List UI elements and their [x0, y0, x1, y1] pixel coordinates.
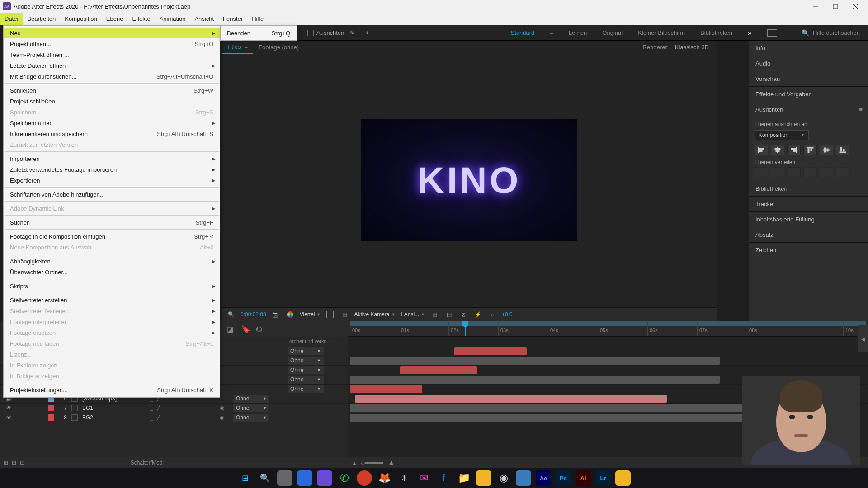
align-target-dropdown[interactable]: Komposition▼ [755, 130, 809, 140]
exposure-icon[interactable]: ☼ [487, 310, 497, 319]
preview-canvas[interactable]: KINO [361, 119, 577, 241]
align-top-button[interactable] [803, 145, 817, 155]
menu-item[interactable]: Letzte Dateien öffnen▶ [4, 60, 220, 71]
menu-bearbeiten[interactable]: Bearbeiten [23, 13, 60, 25]
eye-icon[interactable]: 👁 [0, 414, 18, 421]
snapshot-icon[interactable]: 📷 [271, 310, 281, 319]
workspace-standard[interactable]: Standard [511, 29, 535, 36]
side-toggle-strip[interactable]: ◂ [858, 325, 868, 352]
grid-icon[interactable]: ▦ [429, 310, 439, 319]
layer-switches[interactable]: ⎯╱ [150, 405, 200, 411]
snap-toggle[interactable]: Ausrichten [307, 29, 344, 36]
track-row[interactable] [348, 356, 868, 366]
ae-task-icon[interactable]: Ae [536, 470, 551, 486]
guides-icon[interactable]: ▤ [444, 310, 454, 319]
track-row[interactable] [348, 347, 868, 356]
app-icon-4[interactable] [615, 470, 631, 486]
menu-item[interactable]: Neu▶ [4, 28, 220, 38]
preview-timecode[interactable]: 0:00:02:08 [241, 311, 266, 318]
work-area-bar[interactable] [350, 321, 866, 326]
ai-task-icon[interactable]: Ai [576, 470, 591, 486]
menu-item-beenden[interactable]: Beenden Strg+Q [221, 28, 297, 38]
parent-dropdown[interactable]: Ohne▼ [233, 404, 269, 412]
menu-ebene[interactable]: Ebene [102, 13, 128, 25]
parent-dropdown[interactable]: Ohne▼ [288, 347, 324, 355]
menu-item[interactable]: Abhängigkeiten▶ [4, 256, 220, 267]
menu-effekte[interactable]: Effekte [127, 13, 155, 25]
obs-icon[interactable]: ◉ [496, 470, 511, 486]
panel-zeichen[interactable]: Zeichen [749, 243, 868, 258]
layer-row[interactable]: 👁8BG2⎯╱◉Ohne▼ [0, 413, 348, 422]
layer-name[interactable]: BG1 [82, 405, 150, 411]
parent-dropdown[interactable]: Ohne▼ [288, 376, 324, 384]
magnify-icon[interactable]: 🔍 [226, 310, 236, 319]
search-task-icon[interactable]: 🔍 [257, 470, 273, 486]
workspace-kleiner[interactable]: Kleiner Bildschirm [638, 29, 685, 36]
panel-absatz[interactable]: Absatz [749, 227, 868, 243]
parent-dropdown[interactable]: Ohne▼ [233, 414, 269, 422]
menu-item[interactable]: Importieren▶ [4, 153, 220, 164]
menu-item[interactable]: Projekt schließen [4, 96, 220, 107]
parent-dropdown[interactable]: Ohne▼ [233, 395, 269, 403]
track-row[interactable] [348, 366, 868, 375]
audio-icon[interactable]: ◉ [220, 405, 233, 411]
messenger-icon[interactable]: ✉ [416, 470, 432, 486]
panel-inhaltsbasierte[interactable]: Inhaltsbasierte Füllung [749, 212, 868, 227]
clip[interactable] [454, 347, 527, 355]
zoom-in-icon[interactable]: ▲ [388, 459, 395, 467]
panel-info[interactable]: Info [749, 41, 868, 56]
menu-item[interactable]: Inkrementieren und speichernStrg+Alt+Ums… [4, 128, 220, 139]
layer-name[interactable]: BG2 [82, 414, 150, 421]
playhead[interactable] [465, 321, 466, 336]
eye-icon[interactable]: 👁 [0, 405, 18, 411]
teams-icon[interactable] [317, 470, 332, 486]
menu-item[interactable]: SchließenStrg+W [4, 85, 220, 96]
menu-item[interactable]: Exportieren▶ [4, 175, 220, 186]
ps-task-icon[interactable]: Ps [556, 470, 571, 486]
maximize-button[interactable] [826, 0, 845, 13]
toggle-switches-icon[interactable]: ⊞ [4, 460, 8, 466]
tab-footage[interactable]: Footage (ohne) [253, 41, 304, 54]
quality-dropdown[interactable]: Viertel▼ [300, 311, 321, 318]
taskview-icon[interactable] [277, 470, 292, 486]
parent-dropdown[interactable]: Ohne▼ [288, 366, 324, 374]
zoom-out-icon[interactable]: ▴ [353, 459, 356, 467]
layer-row[interactable]: 👁7BG1⎯╱◉Ohne▼ [0, 404, 348, 413]
clip[interactable] [400, 366, 477, 374]
menu-komposition[interactable]: Komposition [60, 13, 102, 25]
label-color[interactable] [48, 414, 54, 421]
menu-animation[interactable]: Animation [155, 13, 190, 25]
clip[interactable] [355, 395, 667, 403]
label-color[interactable] [48, 405, 54, 411]
menu-item[interactable]: Footage in die Komposition einfügenStrg+… [4, 231, 220, 242]
app-icon-3[interactable] [516, 470, 531, 486]
shy-icon[interactable]: ◪ [227, 325, 235, 333]
menu-item[interactable]: Team-Projekt öffnen ... [4, 49, 220, 60]
parent-dropdown[interactable]: Ohne▼ [288, 385, 324, 393]
exposure-value[interactable]: +0,0 [502, 311, 513, 318]
workspace-lernen[interactable]: Lernen [569, 29, 587, 36]
menu-item[interactable]: Projekt öffnen...Strg+O [4, 38, 220, 49]
motion-blur-icon[interactable]: ⊡ [20, 460, 24, 466]
help-search[interactable]: 🔍 Hilfe durchsuchen [802, 29, 860, 37]
menu-item[interactable]: Projekteinstellungen...Strg+Alt+Umschalt… [4, 385, 220, 395]
start-icon[interactable]: ⊞ [237, 470, 253, 486]
workspace-reset-icon[interactable] [767, 29, 777, 37]
graph-icon[interactable]: ⌬ [256, 325, 264, 333]
transparency-icon[interactable] [325, 310, 335, 319]
tab-menu-icon[interactable]: ≡ [245, 43, 248, 50]
align-vcenter-button[interactable] [820, 145, 833, 155]
menu-hilfe[interactable]: Hilfe [247, 13, 268, 25]
camera-dropdown[interactable]: Aktive Kamera▼ [354, 311, 395, 318]
align-bottom-button[interactable] [836, 145, 849, 155]
switches-modes-toggle[interactable]: Schalter/Modi [131, 460, 164, 466]
workspace-overflow-icon[interactable]: » [748, 29, 752, 37]
align-right-button[interactable] [787, 145, 801, 155]
panel-vorschau[interactable]: Vorschau [749, 71, 868, 87]
whatsapp-icon[interactable]: ✆ [337, 470, 352, 486]
menu-ansicht[interactable]: Ansicht [190, 13, 218, 25]
app-icon-2[interactable] [476, 470, 491, 486]
tab-titles[interactable]: Titles≡ [222, 41, 253, 54]
time-icon[interactable]: ⧖ [458, 310, 468, 319]
opera-icon[interactable] [357, 470, 372, 486]
